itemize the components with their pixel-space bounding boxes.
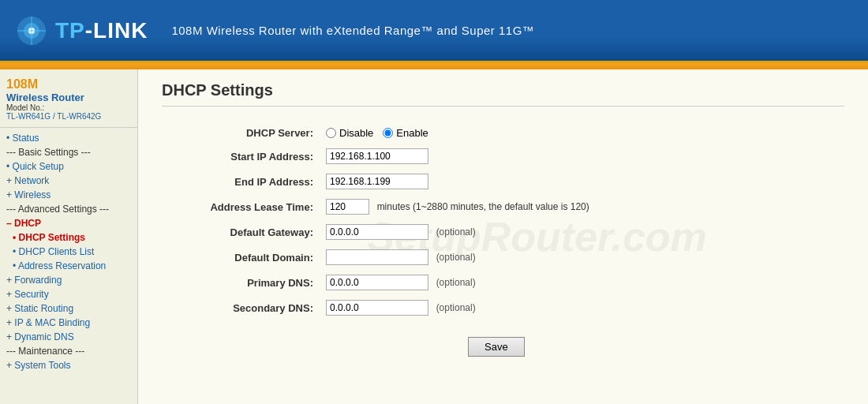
dhcp-disable-radio[interactable] (326, 128, 336, 138)
start-ip-row: Start IP Address: (178, 144, 596, 169)
bullet-quick-setup: • (6, 161, 13, 172)
domain-input[interactable] (326, 249, 428, 265)
logo-text: TP-LINK (55, 18, 148, 43)
bullet-system-tools: + (6, 360, 14, 371)
sub-header-bar (0, 63, 868, 69)
model-108m: 108M (6, 77, 131, 92)
bullet-static-routing: + (6, 303, 14, 314)
lease-time-hint: minutes (1~2880 minutes, the default val… (377, 201, 589, 212)
primary-dns-optional: (optional) (436, 277, 476, 288)
sidebar-item-status[interactable]: • Status (0, 131, 137, 145)
bullet-forwarding: + (6, 275, 14, 286)
sidebar-item-forwarding[interactable]: + Forwarding (0, 273, 137, 287)
gateway-label: Default Gateway: (178, 219, 320, 245)
sidebar-item-quick-setup[interactable]: • Quick Setup (0, 159, 137, 174)
bullet-dhcp-settings: • (13, 232, 19, 243)
sidebar-item-network[interactable]: + Network (0, 174, 137, 188)
sidebar-section-maintenance: --- Maintenance --- (0, 344, 137, 358)
bullet-ip-mac-binding: + (6, 317, 14, 328)
gateway-row: Default Gateway: (optional) (178, 219, 596, 245)
bullet-dynamic-dns: + (6, 331, 14, 342)
primary-dns-row: Primary DNS: (optional) (178, 270, 596, 295)
sidebar-item-address-reservation[interactable]: • Address Reservation (0, 259, 137, 273)
model-wireless-router: Wireless Router (6, 92, 131, 103)
secondary-dns-row: Secondary DNS: (optional) (178, 295, 596, 320)
page-title: DHCP Settings (162, 81, 844, 107)
start-ip-label: Start IP Address: (178, 144, 320, 169)
model-no-value: TL-WR641G / TL-WR642G (6, 112, 131, 121)
bullet-network: + (6, 175, 14, 186)
logo-area: TP-LINK (16, 15, 148, 47)
sidebar-item-dhcp-clients[interactable]: • DHCP Clients List (0, 245, 137, 259)
end-ip-label: End IP Address: (178, 169, 320, 194)
lease-time-input[interactable] (326, 199, 369, 215)
domain-row: Default Domain: (optional) (178, 245, 596, 270)
main-layout: 108M Wireless Router Model No.: TL-WR641… (0, 69, 868, 404)
primary-dns-input[interactable] (326, 275, 428, 290)
sidebar-item-dynamic-dns[interactable]: + Dynamic DNS (0, 330, 137, 344)
tp-link-logo-icon (16, 15, 47, 47)
end-ip-row: End IP Address: (178, 169, 596, 194)
sidebar-section-basic: --- Basic Settings --- (0, 145, 137, 159)
lease-time-value-cell: minutes (1~2880 minutes, the default val… (320, 194, 596, 219)
end-ip-input[interactable] (326, 174, 428, 189)
lease-time-row: Address Lease Time: minutes (1~2880 minu… (178, 194, 596, 219)
dhcp-server-label: DHCP Server: (178, 122, 320, 144)
dhcp-server-row: DHCP Server: Disable Enable (178, 122, 596, 144)
sidebar-section-advanced: --- Advanced Settings --- (0, 202, 137, 216)
domain-optional: (optional) (436, 252, 476, 263)
save-row: Save (178, 320, 596, 361)
disable-label: Disable (339, 127, 373, 139)
domain-label: Default Domain: (178, 245, 320, 270)
bullet-dhcp: – (6, 218, 14, 229)
content-area: SetupRouter.com DHCP Settings DHCP Serve… (138, 69, 868, 404)
sidebar-item-dhcp[interactable]: – DHCP (0, 216, 137, 230)
bullet-dhcp-clients: • (13, 246, 19, 257)
dhcp-radio-group: Disable Enable (326, 127, 589, 139)
disable-option[interactable]: Disable (326, 127, 373, 139)
content-inner: DHCP Settings DHCP Server: Disable Ena (162, 81, 844, 361)
save-button[interactable]: Save (468, 337, 525, 357)
sidebar-item-ip-mac-binding[interactable]: + IP & MAC Binding (0, 316, 137, 330)
start-ip-value-cell (320, 144, 596, 169)
primary-dns-value-cell: (optional) (320, 270, 596, 295)
gateway-optional: (optional) (436, 226, 476, 238)
domain-value-cell: (optional) (320, 245, 596, 270)
bullet-status: • (6, 133, 13, 144)
enable-label: Enable (396, 127, 428, 139)
bullet-address-reservation: • (13, 260, 18, 271)
sidebar-item-dhcp-settings[interactable]: • DHCP Settings (0, 230, 137, 245)
dhcp-settings-form: DHCP Server: Disable Enable (178, 122, 596, 361)
enable-option[interactable]: Enable (383, 127, 428, 139)
header: TP-LINK 108M Wireless Router with eXtend… (0, 0, 868, 63)
model-no-label: Model No.: (6, 103, 131, 112)
end-ip-value-cell (320, 169, 596, 194)
secondary-dns-input[interactable] (326, 300, 428, 316)
sidebar-item-static-routing[interactable]: + Static Routing (0, 301, 137, 316)
start-ip-input[interactable] (326, 148, 428, 164)
sidebar-model-info: 108M Wireless Router Model No.: TL-WR641… (0, 76, 137, 128)
sidebar-item-security[interactable]: + Security (0, 287, 137, 301)
secondary-dns-label: Secondary DNS: (178, 295, 320, 320)
bullet-security: + (6, 289, 14, 300)
sidebar-item-wireless[interactable]: + Wireless (0, 188, 137, 202)
sidebar-item-system-tools[interactable]: + System Tools (0, 358, 137, 372)
secondary-dns-optional: (optional) (436, 302, 476, 313)
gateway-input[interactable] (326, 224, 428, 240)
primary-dns-label: Primary DNS: (178, 270, 320, 295)
sidebar: 108M Wireless Router Model No.: TL-WR641… (0, 69, 138, 404)
lease-time-label: Address Lease Time: (178, 194, 320, 219)
header-subtitle: 108M Wireless Router with eXtended Range… (171, 24, 534, 37)
gateway-value-cell: (optional) (320, 219, 596, 245)
dhcp-server-value: Disable Enable (320, 122, 596, 144)
secondary-dns-value-cell: (optional) (320, 295, 596, 320)
bullet-wireless: + (6, 189, 14, 200)
dhcp-enable-radio[interactable] (383, 128, 393, 138)
